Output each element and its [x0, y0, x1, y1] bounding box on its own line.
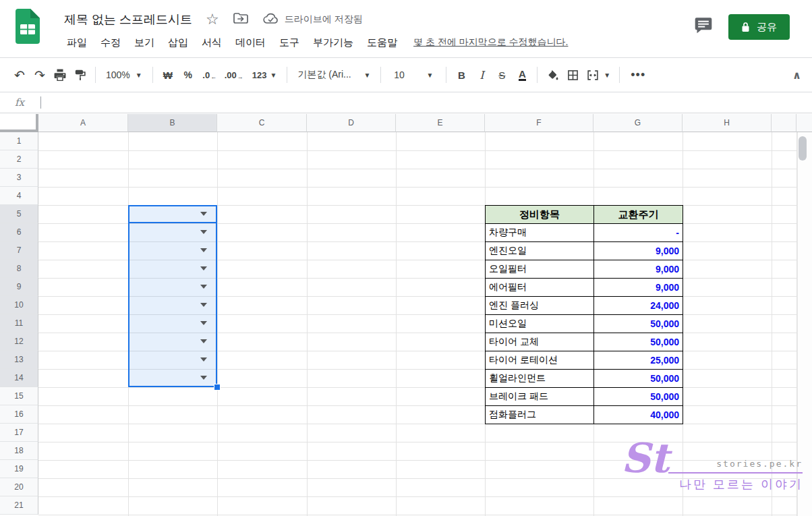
table-cell-item[interactable]: 엔진오일	[486, 242, 594, 260]
italic-button[interactable]: I	[471, 65, 492, 85]
row-header-21[interactable]: 21	[0, 496, 38, 515]
fill-handle[interactable]	[214, 384, 221, 391]
column-header-C[interactable]: C	[217, 114, 307, 132]
menu-item-5[interactable]: 서식	[195, 34, 229, 52]
table-cell-value[interactable]: -	[594, 224, 683, 242]
font-size-select[interactable]: 10 ▼	[386, 67, 441, 83]
bold-button[interactable]: B	[451, 65, 471, 85]
row-header-18[interactable]: 18	[0, 442, 38, 460]
table-cell-value[interactable]: 9,000	[594, 242, 683, 260]
row-header-19[interactable]: 19	[0, 460, 38, 478]
menu-item-2[interactable]: 수정	[94, 34, 127, 52]
row-header-7[interactable]: 7	[0, 241, 38, 260]
star-icon[interactable]: ☆	[206, 12, 219, 27]
sheet-grid[interactable]: ABCDEFGH12345678910111213141516171819202…	[0, 114, 812, 516]
table-cell-value[interactable]: 50,000	[594, 333, 683, 351]
borders-button[interactable]	[562, 65, 583, 85]
dropdown-arrow-icon[interactable]	[200, 248, 207, 252]
menu-item-4[interactable]: 삽입	[161, 34, 195, 52]
comments-button[interactable]	[693, 16, 714, 38]
table-cell-value[interactable]: 9,000	[594, 279, 683, 297]
fill-color-button[interactable]	[542, 65, 562, 85]
column-header-B[interactable]: B	[128, 114, 217, 132]
vertical-scrollbar-thumb[interactable]	[799, 136, 807, 161]
dropdown-arrow-icon[interactable]	[200, 212, 207, 216]
table-cell-value[interactable]: 25,000	[594, 351, 683, 370]
strikethrough-button[interactable]: S	[492, 65, 512, 85]
row-header-11[interactable]: 11	[0, 314, 38, 333]
table-cell-value[interactable]: 40,000	[594, 406, 683, 424]
table-cell-value[interactable]: 50,000	[594, 315, 683, 333]
save-status[interactable]: 드라이브에 저장됨	[262, 12, 363, 28]
menu-item-1[interactable]: 파일	[60, 34, 94, 52]
column-header-A[interactable]: A	[38, 114, 128, 132]
dropdown-arrow-icon[interactable]	[200, 230, 207, 234]
formula-input[interactable]	[41, 92, 812, 113]
row-header-3[interactable]: 3	[0, 169, 38, 187]
table-cell-item[interactable]: 타이어 로테이션	[486, 351, 594, 370]
menu-item-3[interactable]: 보기	[127, 34, 161, 52]
column-header-partial[interactable]	[772, 114, 796, 132]
dropdown-arrow-icon[interactable]	[200, 266, 207, 270]
merge-cells-menu[interactable]: ▼	[583, 67, 614, 84]
dropdown-arrow-icon[interactable]	[200, 376, 207, 380]
text-color-button[interactable]: A	[512, 65, 532, 85]
row-header-1[interactable]: 1	[0, 132, 38, 150]
select-all-corner[interactable]	[0, 114, 38, 132]
row-header-14[interactable]: 14	[0, 369, 38, 387]
dropdown-arrow-icon[interactable]	[200, 357, 207, 362]
increase-decimal-button[interactable]: .00→	[221, 65, 247, 85]
menu-item-9[interactable]: 도움말	[360, 34, 404, 52]
table-cell-item[interactable]: 타이어 교체	[486, 333, 594, 351]
menu-item-6[interactable]: 데이터	[229, 34, 272, 52]
row-header-8[interactable]: 8	[0, 260, 38, 278]
format-currency-button[interactable]: ₩	[158, 65, 178, 85]
row-header-16[interactable]: 16	[0, 405, 38, 424]
sheets-logo-icon[interactable]	[15, 9, 40, 47]
table-cell-value[interactable]: 24,000	[594, 297, 683, 315]
vertical-scrollbar-track[interactable]	[797, 132, 812, 516]
table-header-cell[interactable]: 교환주기	[594, 206, 683, 224]
row-header-5[interactable]: 5	[0, 205, 38, 223]
row-header-9[interactable]: 9	[0, 278, 38, 296]
zoom-select[interactable]: 100% ▼	[100, 67, 148, 83]
row-header-4[interactable]: 4	[0, 187, 38, 205]
table-cell-item[interactable]: 점화플러그	[486, 406, 594, 424]
row-header-10[interactable]: 10	[0, 296, 38, 314]
paint-format-button[interactable]	[70, 65, 90, 85]
table-cell-item[interactable]: 에어필터	[486, 279, 594, 297]
row-header-20[interactable]: 20	[0, 478, 38, 496]
table-header-cell[interactable]: 정비항목	[486, 206, 594, 224]
decrease-decimal-button[interactable]: .0←	[198, 65, 221, 85]
move-folder-icon[interactable]	[233, 11, 249, 28]
column-header-D[interactable]: D	[307, 114, 396, 132]
table-cell-item[interactable]: 엔진 플러싱	[486, 297, 594, 315]
column-header-F[interactable]: F	[485, 114, 593, 132]
column-header-H[interactable]: H	[683, 114, 772, 132]
share-button[interactable]: 공유	[728, 14, 790, 40]
table-cell-value[interactable]: 50,000	[594, 388, 683, 406]
more-options-button[interactable]: •••	[625, 65, 651, 85]
dropdown-arrow-icon[interactable]	[200, 339, 207, 343]
print-button[interactable]	[50, 65, 70, 85]
format-percent-button[interactable]: %	[178, 65, 198, 85]
table-cell-item[interactable]: 브레이크 패드	[486, 388, 594, 406]
document-title[interactable]: 제목 없는 스프레드시트	[64, 11, 192, 28]
menu-item-7[interactable]: 도구	[272, 34, 306, 52]
menu-item-8[interactable]: 부가기능	[306, 34, 360, 52]
column-header-G[interactable]: G	[593, 114, 683, 132]
row-header-6[interactable]: 6	[0, 223, 38, 241]
row-header-17[interactable]: 17	[0, 424, 38, 442]
hide-toolbar-button[interactable]: ∧	[792, 69, 801, 82]
table-cell-item[interactable]: 오일필터	[486, 260, 594, 279]
undo-button[interactable]: ↶	[9, 65, 30, 85]
redo-button[interactable]: ↷	[30, 65, 50, 85]
dropdown-arrow-icon[interactable]	[200, 321, 207, 325]
column-header-E[interactable]: E	[396, 114, 485, 132]
table-cell-item[interactable]: 휠얼라인먼트	[486, 370, 594, 388]
row-header-13[interactable]: 13	[0, 351, 38, 369]
number-format-menu[interactable]: 123 ▼	[247, 67, 283, 83]
table-cell-value[interactable]: 9,000	[594, 260, 683, 279]
row-header-2[interactable]: 2	[0, 150, 38, 169]
table-cell-item[interactable]: 차량구매	[486, 224, 594, 242]
